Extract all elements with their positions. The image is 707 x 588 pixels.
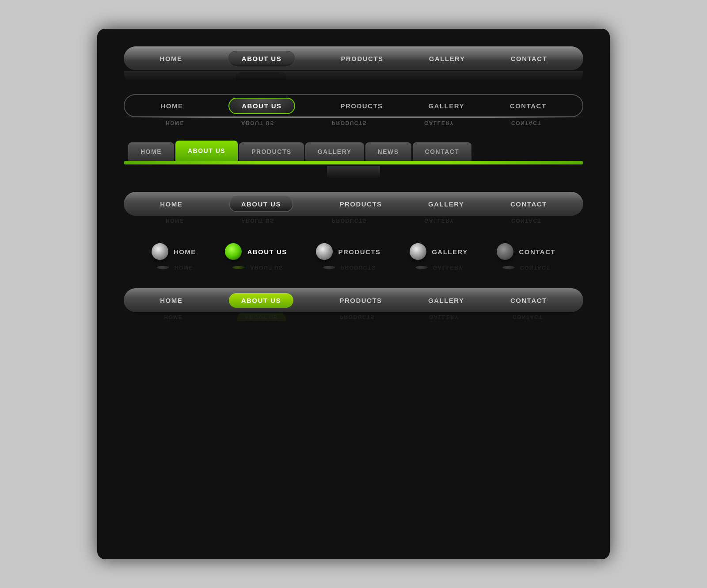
navbar-3-wrapper: HOME ABOUT US PRODUCTS GALLERY NEWS CONT… bbox=[124, 141, 583, 179]
nav1-ref-gallery: GALLERY bbox=[430, 73, 459, 79]
nav3-products[interactable]: PRODUCTS bbox=[239, 142, 304, 161]
nav2-gallery[interactable]: GALLERY bbox=[428, 102, 464, 110]
nav6-products[interactable]: PRODUCTS bbox=[339, 297, 382, 304]
nav5-home[interactable]: HOME bbox=[152, 243, 196, 260]
nav6-ref-about: ABOUT US bbox=[237, 313, 286, 321]
nav5-ref-products: PRODUCTS bbox=[323, 264, 376, 271]
nav5-ref-ball-contact bbox=[502, 266, 515, 269]
nav5-ball-about bbox=[225, 243, 242, 260]
main-container: HOME ABOUT US PRODUCTS GALLERY CONTACT H… bbox=[97, 29, 610, 559]
nav4-ref-about: ABOUT US bbox=[241, 218, 274, 224]
nav5-contact[interactable]: CONTACT bbox=[497, 243, 555, 260]
nav4-ref-contact: CONTACT bbox=[511, 218, 541, 224]
nav5-ref-label-home: HOME bbox=[175, 264, 193, 271]
nav5-reflection: HOME ABOUT US PRODUCTS GALLERY CONTACT bbox=[124, 264, 583, 275]
nav2-ref-products: PRODUCTS bbox=[332, 120, 367, 126]
nav2-ref-home: HOME bbox=[166, 120, 184, 126]
nav2-reflection: HOME ABOUT US PRODUCTS GALLERY CONTACT bbox=[124, 118, 583, 127]
navbar-3: HOME ABOUT US PRODUCTS GALLERY NEWS CONT… bbox=[124, 141, 583, 161]
nav1-ref-home: HOME bbox=[164, 73, 182, 79]
nav4-about[interactable]: ABOUT US bbox=[229, 196, 293, 212]
nav6-ref-home: HOME bbox=[164, 314, 182, 320]
nav5-label-gallery: GALLERY bbox=[432, 248, 468, 256]
nav1-gallery[interactable]: GALLERY bbox=[429, 55, 465, 62]
nav5-ref-label-contact: CONTACT bbox=[520, 264, 550, 271]
nav5-ball-home bbox=[152, 243, 168, 260]
nav3-news[interactable]: NEWS bbox=[365, 142, 411, 161]
nav5-ball-contact bbox=[497, 243, 513, 260]
nav4-home[interactable]: HOME bbox=[160, 200, 182, 208]
nav5-ref-ball-gallery bbox=[415, 266, 428, 269]
nav5-label-about: ABOUT US bbox=[247, 248, 287, 256]
nav3-dropdown-tab bbox=[327, 166, 380, 179]
nav1-ref-contact: CONTACT bbox=[513, 73, 543, 79]
nav4-ref-products: PRODUCTS bbox=[332, 218, 367, 224]
nav1-ref-products: PRODUCTS bbox=[341, 73, 376, 79]
nav5-about[interactable]: ABOUT US bbox=[225, 243, 287, 260]
navbar-1: HOME ABOUT US PRODUCTS GALLERY CONTACT bbox=[124, 46, 583, 70]
navbar-2: HOME ABOUT US PRODUCTS GALLERY CONTACT bbox=[124, 94, 583, 117]
nav5-ref-contact: CONTACT bbox=[502, 264, 550, 271]
navbar-6-wrapper: HOME ABOUT US PRODUCTS GALLERY CONTACT H… bbox=[124, 288, 583, 322]
nav4-gallery[interactable]: GALLERY bbox=[428, 200, 464, 208]
nav6-ref-contact: CONTACT bbox=[513, 314, 543, 320]
nav5-ref-ball-about bbox=[232, 266, 245, 269]
nav6-contact[interactable]: CONTACT bbox=[510, 297, 547, 304]
navbar-5: HOME ABOUT US PRODUCTS GALLERY CONTACT bbox=[124, 239, 583, 264]
nav5-ref-label-products: PRODUCTS bbox=[341, 264, 376, 271]
nav2-ref-contact: CONTACT bbox=[511, 120, 541, 126]
nav6-home[interactable]: HOME bbox=[160, 297, 182, 304]
nav1-ref-about: ABOUT US bbox=[236, 72, 287, 80]
nav1-products[interactable]: PRODUCTS bbox=[341, 55, 383, 62]
nav6-about[interactable]: ABOUT US bbox=[229, 293, 293, 308]
navbar-5-wrapper: HOME ABOUT US PRODUCTS GALLERY CONTACT bbox=[124, 239, 583, 275]
nav6-reflection: HOME ABOUT US PRODUCTS GALLERY CONTACT bbox=[124, 312, 583, 322]
nav5-ref-label-gallery: GALLERY bbox=[433, 264, 463, 271]
nav5-ref-ball-products bbox=[323, 266, 335, 269]
nav3-gallery[interactable]: GALLERY bbox=[305, 142, 364, 161]
navbar-4: HOME ABOUT US PRODUCTS GALLERY CONTACT bbox=[124, 192, 583, 216]
nav5-ref-about: ABOUT US bbox=[232, 264, 283, 271]
nav4-products[interactable]: PRODUCTS bbox=[339, 200, 382, 208]
nav1-home[interactable]: HOME bbox=[160, 55, 182, 62]
nav5-products[interactable]: PRODUCTS bbox=[316, 243, 380, 260]
nav3-contact[interactable]: CONTACT bbox=[413, 142, 472, 161]
nav4-ref-gallery: GALLERY bbox=[424, 218, 454, 224]
nav5-ref-label-about: ABOUT US bbox=[250, 264, 283, 271]
nav2-home[interactable]: HOME bbox=[160, 102, 183, 110]
nav2-contact[interactable]: CONTACT bbox=[510, 102, 547, 110]
nav4-ref-home: HOME bbox=[166, 218, 184, 224]
nav5-label-products: PRODUCTS bbox=[338, 248, 380, 256]
nav3-home[interactable]: HOME bbox=[128, 142, 174, 161]
navbar-2-wrapper: HOME ABOUT US PRODUCTS GALLERY CONTACT H… bbox=[124, 94, 583, 127]
nav6-gallery[interactable]: GALLERY bbox=[428, 297, 464, 304]
navbar-1-wrapper: HOME ABOUT US PRODUCTS GALLERY CONTACT H… bbox=[124, 46, 583, 81]
nav1-about[interactable]: ABOUT US bbox=[228, 51, 295, 66]
nav6-ref-gallery: GALLERY bbox=[429, 314, 459, 320]
nav3-about[interactable]: ABOUT US bbox=[175, 141, 238, 161]
nav1-contact[interactable]: CONTACT bbox=[511, 55, 547, 62]
nav5-ref-ball-home bbox=[157, 266, 169, 269]
navbar-6: HOME ABOUT US PRODUCTS GALLERY CONTACT bbox=[124, 288, 583, 312]
nav6-ref-products: PRODUCTS bbox=[340, 314, 375, 320]
nav2-products[interactable]: PRODUCTS bbox=[340, 102, 383, 110]
nav1-reflection: HOME ABOUT US PRODUCTS GALLERY CONTACT bbox=[124, 71, 583, 81]
nav3-tab-bottom bbox=[124, 166, 583, 179]
nav3-green-bar bbox=[124, 161, 583, 164]
nav2-ref-gallery: GALLERY bbox=[424, 120, 454, 126]
navbar-4-wrapper: HOME ABOUT US PRODUCTS GALLERY CONTACT H… bbox=[124, 192, 583, 225]
nav5-ball-gallery bbox=[410, 243, 426, 260]
nav4-reflection: HOME ABOUT US PRODUCTS GALLERY CONTACT bbox=[124, 216, 583, 225]
nav4-contact[interactable]: CONTACT bbox=[510, 200, 547, 208]
nav5-ref-home: HOME bbox=[157, 264, 193, 271]
nav5-gallery[interactable]: GALLERY bbox=[410, 243, 468, 260]
nav5-label-home: HOME bbox=[174, 248, 196, 256]
nav5-ball-products bbox=[316, 243, 333, 260]
nav5-label-contact: CONTACT bbox=[519, 248, 555, 256]
nav2-about[interactable]: ABOUT US bbox=[228, 98, 295, 114]
nav5-ref-gallery: GALLERY bbox=[415, 264, 463, 271]
nav2-ref-about: ABOUT US bbox=[241, 120, 274, 126]
